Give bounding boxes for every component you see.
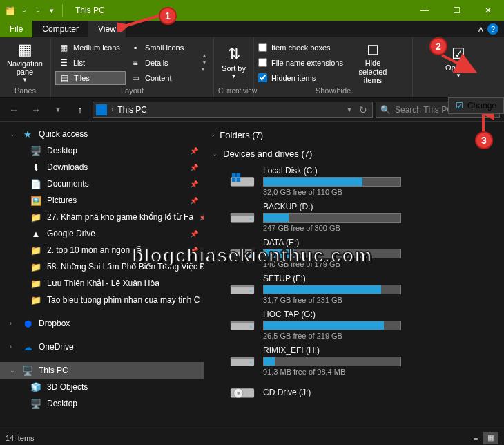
forward-button[interactable]: → xyxy=(26,100,46,120)
sidebar-item[interactable]: ⬇Downloads📌 xyxy=(0,159,204,176)
item-icon: ▲ xyxy=(30,229,41,239)
help-icon[interactable]: ? xyxy=(487,23,498,35)
qat-newfolder-icon[interactable]: ▫ xyxy=(32,4,44,17)
sidebar-item[interactable]: 📁Lưu Thiên Khải - Lê Xuân Hòa xyxy=(0,275,204,292)
drive-item[interactable]: RIMIX_EFI (H:)91,3 MB free of 98,4 MB xyxy=(204,343,504,379)
sidebar-item[interactable]: 📁2. top 10 món ăn ngon đặ📌 xyxy=(0,242,204,258)
sort-by-label: Sort by xyxy=(222,64,246,73)
star-icon: ★ xyxy=(22,129,33,140)
item-icon: 📁 xyxy=(30,278,41,289)
svg-rect-6 xyxy=(231,213,254,216)
options-flyout-change[interactable]: ☑ Change xyxy=(448,97,504,114)
drive-free-text: 32,0 GB free of 110 GB xyxy=(263,188,479,196)
view-tiles-toggle[interactable]: ▦ xyxy=(483,432,498,444)
drive-free-text: 247 GB free of 300 GB xyxy=(263,224,479,232)
tab-file[interactable]: File xyxy=(0,21,32,37)
group-folders[interactable]: › Folders (7) xyxy=(204,126,504,144)
drive-free-text: 31,7 GB free of 231 GB xyxy=(263,296,479,304)
group-drives[interactable]: ⌄ Devices and drives (7) xyxy=(204,144,504,163)
sidebar-dropbox[interactable]: ›⬢Dropbox xyxy=(0,315,204,332)
sidebar-item[interactable]: ▲Google Drive📌 xyxy=(0,225,204,242)
qat-properties-icon[interactable]: ▫ xyxy=(18,4,30,17)
refresh-button[interactable]: ↻ xyxy=(357,100,369,120)
chevron-down-icon: ⌄ xyxy=(10,367,17,374)
drive-item[interactable]: BACKUP (D:)247 GB free of 300 GB xyxy=(204,199,504,235)
minimize-button[interactable]: ― xyxy=(409,0,440,21)
drive-icon xyxy=(229,170,256,192)
check-item-check-boxes[interactable]: Item check boxes xyxy=(258,41,343,55)
sidebar-quick-access[interactable]: ⌄ ★ Quick access xyxy=(0,126,204,142)
gallery-up-icon[interactable]: ▲ xyxy=(202,53,207,59)
layout-tiles[interactable]: ▤Tiles xyxy=(55,71,126,85)
check-hidden-items[interactable]: Hidden items xyxy=(258,71,343,85)
check-file-name-extensions[interactable]: File name extensions xyxy=(258,56,343,70)
sidebar-item[interactable]: 📁Tao bieu tuong phim nhan cua may tinh C xyxy=(0,292,204,308)
recent-locations-button[interactable]: ▼ xyxy=(48,100,68,120)
sidebar-item[interactable]: 📁58. Những Sai Lầm Phổ Biến Trong Việc Đ… xyxy=(0,258,204,275)
maximize-button[interactable]: ☐ xyxy=(440,0,472,21)
drive-name: DATA (E:) xyxy=(263,238,479,247)
close-button[interactable]: ✕ xyxy=(472,0,504,21)
sidebar-item[interactable]: 📄Documents📌 xyxy=(0,176,204,192)
gallery-more-icon[interactable]: ▾ xyxy=(202,66,207,73)
svg-rect-2 xyxy=(236,173,240,178)
ribbon-tabs: File Computer View ᐱ ? xyxy=(0,21,504,37)
chevron-down-icon: ▼ xyxy=(456,73,461,79)
drive-free-text: 140 GB free of 179 GB xyxy=(263,260,479,268)
pc-icon: 🖥️ xyxy=(22,366,33,376)
address-input[interactable]: › This PC ▼ ↻ xyxy=(93,102,373,118)
content-pane: › Folders (7) ⌄ Devices and drives (7) L… xyxy=(204,122,504,430)
sidebar-item[interactable]: 🖥️Desktop xyxy=(0,395,204,412)
item-icon: 🧊 xyxy=(30,382,41,392)
item-icon: 🖥️ xyxy=(30,399,41,409)
layout-content[interactable]: ▭Content xyxy=(127,71,197,85)
drive-name: CD Drive (J:) xyxy=(263,388,479,397)
gallery-down-icon[interactable]: ▼ xyxy=(202,59,207,66)
hide-selected-button[interactable]: ◻ Hide selected items xyxy=(350,40,396,86)
qat-dropdown-icon[interactable]: ▾ xyxy=(46,4,58,17)
tab-view[interactable]: View xyxy=(88,21,126,37)
layout-medium-icons[interactable]: ▦Medium icons xyxy=(55,41,126,55)
item-icon: ⬇ xyxy=(30,162,41,173)
pin-icon: 📌 xyxy=(190,230,198,238)
search-placeholder: Search This PC xyxy=(395,105,453,115)
chevron-right-icon: › xyxy=(111,106,113,113)
tiles-icon: ▤ xyxy=(59,73,70,83)
layout-gallery[interactable]: ▦Medium icons ▪Small icons ☰List ≡Detail… xyxy=(55,41,197,85)
drive-item[interactable]: CD Drive (J:) xyxy=(204,379,504,406)
drive-item[interactable]: DATA (E:)140 GB free of 179 GB xyxy=(204,235,504,271)
svg-point-19 xyxy=(250,361,252,363)
sidebar-this-pc[interactable]: ⌄🖥️This PC xyxy=(0,362,204,379)
collapse-ribbon-icon[interactable]: ᐱ xyxy=(478,26,483,33)
search-icon: 🔍 xyxy=(380,105,391,115)
drive-item[interactable]: Local Disk (C:)32,0 GB free of 110 GB xyxy=(204,163,504,199)
sort-by-button[interactable]: ⇅ Sort by ▼ xyxy=(218,40,249,86)
back-button[interactable]: ← xyxy=(4,100,23,120)
layout-list[interactable]: ☰List xyxy=(55,56,126,70)
sidebar-item[interactable]: 🖼️Pictures📌 xyxy=(0,192,204,209)
sidebar-item[interactable]: 📁27. Khám phá kho game khổng lồ từ Fa📌 xyxy=(0,209,204,225)
tab-computer[interactable]: Computer xyxy=(32,21,88,37)
sidebar-onedrive[interactable]: ›☁OneDrive xyxy=(0,339,204,355)
layout-small-icons[interactable]: ▪Small icons xyxy=(127,41,197,55)
item-icon: 🖥️ xyxy=(30,146,41,156)
view-details-toggle[interactable]: ≡ xyxy=(468,432,483,444)
sidebar-item[interactable]: 🧊3D Objects xyxy=(0,379,204,395)
pin-icon: 📌 xyxy=(199,214,204,221)
drive-icon xyxy=(229,350,256,372)
layout-details[interactable]: ≡Details xyxy=(127,56,197,70)
hide-selected-icon: ◻ xyxy=(367,41,379,57)
item-icon: 📁 xyxy=(30,295,41,305)
item-icon: 📁 xyxy=(30,212,41,223)
sidebar-item[interactable]: 🖥️Desktop📌 xyxy=(0,142,204,159)
chevron-down-icon: ⌄ xyxy=(212,150,217,158)
navigation-pane-button[interactable]: ▦ Navigation pane ▼ xyxy=(4,40,46,86)
address-dropdown-icon[interactable]: ▼ xyxy=(343,100,356,120)
drive-item[interactable]: HOC TAP (G:)26,5 GB free of 219 GB xyxy=(204,307,504,343)
small-icons-icon: ▪ xyxy=(130,43,141,53)
up-button[interactable]: ↑ xyxy=(70,100,90,120)
drive-item[interactable]: SETUP (F:)31,7 GB free of 231 GB xyxy=(204,271,504,307)
options-button[interactable]: ☑ Options ▼ xyxy=(438,40,479,86)
item-icon: 📄 xyxy=(30,179,41,189)
drive-name: BACKUP (D:) xyxy=(263,202,479,211)
